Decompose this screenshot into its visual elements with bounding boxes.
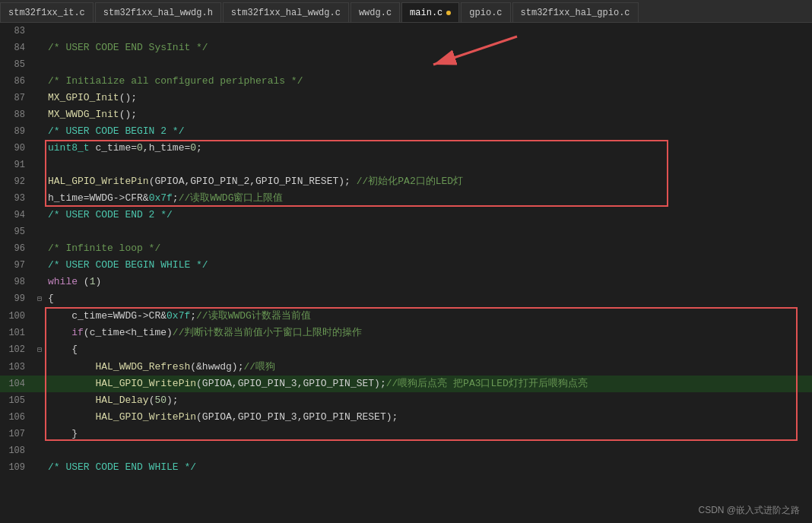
line-content: /* USER CODE END WHILE */ (45, 459, 812, 476)
line-number: 90 (0, 140, 34, 157)
code-line-102: 102 ⊟ { (0, 341, 812, 359)
code-line-87: 87 MX_GPIO_Init(); (0, 90, 812, 106)
line-content: } (45, 426, 812, 442)
line-content: HAL_GPIO_WritePin(GPIOA,GPIO_PIN_3,GPIO_… (45, 409, 812, 426)
tab-label: stm32f1xx_it.c (8, 8, 85, 18)
tab-gpio[interactable]: gpio.c (461, 2, 510, 22)
code-line-105: 105 HAL_Delay(50); (0, 392, 812, 409)
code-line-96: 96 /* Infinite loop */ (0, 240, 812, 257)
code-line-106: 106 HAL_GPIO_WritePin(GPIOA,GPIO_PIN_3,G… (0, 409, 812, 426)
line-number: 97 (0, 257, 34, 274)
line-number: 91 (0, 157, 34, 173)
line-number: 104 (0, 376, 34, 392)
line-content: /* USER CODE END SysInit */ (45, 40, 812, 56)
modified-indicator (446, 11, 451, 15)
fold-gutter: ⊟ (34, 291, 45, 308)
line-number: 96 (0, 240, 34, 257)
code-line-92: 92 HAL_GPIO_WritePin(GPIOA,GPIO_PIN_2,GP… (0, 173, 812, 190)
code-line-91: 91 (0, 157, 812, 173)
code-line-100: 100 c_time=WWDG->CR&0x7f;//读取WWDG计数器当前值 (0, 308, 812, 325)
line-content: /* Infinite loop */ (45, 240, 812, 257)
code-line-107: 107 } (0, 426, 812, 442)
line-content: while (1) (45, 274, 812, 290)
line-content: /* USER CODE BEGIN WHILE */ (45, 257, 812, 274)
line-number: 86 (0, 73, 34, 90)
code-line-108: 108 (0, 442, 812, 459)
code-line-88: 88 MX_WWDG_Init(); (0, 106, 812, 123)
code-line-99: 99 ⊟ { (0, 290, 812, 308)
code-line-109: 109 /* USER CODE END WHILE */ (0, 459, 812, 476)
code-line-89: 89 /* USER CODE BEGIN 2 */ (0, 123, 812, 140)
line-content: { (45, 341, 812, 358)
code-line-94: 94 /* USER CODE END 2 */ (0, 207, 812, 223)
tab-stm32f1xx-it[interactable]: stm32f1xx_it.c (0, 2, 94, 22)
line-number: 92 (0, 173, 34, 190)
line-number: 103 (0, 359, 34, 376)
line-content: if(c_time<h_time)//判断计数器当前值小于窗口上限时的操作 (45, 325, 812, 341)
tab-hal-wwdg-h[interactable]: stm32f1xx_hal_wwdg.h (95, 2, 221, 22)
tab-label: wwdg.c (359, 8, 392, 18)
line-content: c_time=WWDG->CR&0x7f;//读取WWDG计数器当前值 (45, 308, 812, 325)
code-line-95: 95 (0, 223, 812, 240)
line-number: 88 (0, 106, 34, 123)
tab-wwdg[interactable]: wwdg.c (350, 2, 400, 22)
code-line-104: 104 HAL_GPIO_WritePin(GPIOA,GPIO_PIN_3,G… (0, 376, 812, 392)
line-number: 94 (0, 207, 34, 223)
line-number: 83 (0, 23, 34, 40)
tab-hal-gpio[interactable]: stm32f1xx_hal_gpio.c (512, 2, 639, 22)
line-content: HAL_GPIO_WritePin(GPIOA,GPIO_PIN_3,GPIO_… (45, 376, 812, 392)
line-content: HAL_WWDG_Refresh(&hwwdg);//喂狗 (45, 359, 812, 376)
code-area: 83 84 /* USER CODE END SysInit */ 85 86 … (0, 23, 812, 523)
line-number: 107 (0, 426, 34, 442)
line-content: MX_GPIO_Init(); (45, 90, 812, 106)
line-content: MX_WWDG_Init(); (45, 106, 812, 123)
code-line-103: 103 HAL_WWDG_Refresh(&hwwdg);//喂狗 (0, 359, 812, 376)
line-number: 87 (0, 90, 34, 106)
tab-bar: stm32f1xx_it.c stm32f1xx_hal_wwdg.h stm3… (0, 0, 812, 23)
tab-hal-wwdg-c[interactable]: stm32f1xx_hal_wwdg.c (223, 2, 349, 22)
code-line-86: 86 /* Initialize all configured peripher… (0, 73, 812, 90)
line-number: 84 (0, 40, 34, 56)
line-number: 89 (0, 123, 34, 140)
line-number: 85 (0, 56, 34, 73)
line-number: 109 (0, 459, 34, 476)
line-number: 105 (0, 392, 34, 409)
line-number: 108 (0, 442, 34, 459)
line-number: 100 (0, 308, 34, 325)
code-line-84: 84 /* USER CODE END SysInit */ (0, 40, 812, 56)
code-line-90: 90 uint8_t c_time=0,h_time=0; (0, 140, 812, 157)
code-line-93: 93 h_time=WWDG->CFR&0x7f;//读取WWDG窗口上限值 (0, 190, 812, 207)
line-number: 106 (0, 409, 34, 426)
line-number: 98 (0, 274, 34, 290)
line-content: /* USER CODE BEGIN 2 */ (45, 123, 812, 140)
tab-label: main.c (410, 8, 442, 18)
line-number: 99 (0, 290, 34, 307)
line-number: 101 (0, 325, 34, 341)
tab-label: stm32f1xx_hal_wwdg.c (231, 8, 341, 18)
line-content: HAL_GPIO_WritePin(GPIOA,GPIO_PIN_2,GPIO_… (45, 173, 812, 190)
line-content: HAL_Delay(50); (45, 392, 812, 409)
line-number: 93 (0, 190, 34, 207)
line-number: 102 (0, 341, 34, 358)
line-content: /* USER CODE END 2 */ (45, 207, 812, 223)
tab-label: stm32f1xx_hal_gpio.c (521, 8, 630, 18)
code-line-85: 85 (0, 56, 812, 73)
tab-label: gpio.c (469, 8, 502, 18)
fold-gutter: ⊟ (34, 342, 45, 359)
tab-main[interactable]: main.c (401, 2, 459, 22)
line-content: /* Initialize all configured peripherals… (45, 73, 812, 90)
code-line-98: 98 while (1) (0, 274, 812, 290)
code-line-97: 97 /* USER CODE BEGIN WHILE */ (0, 257, 812, 274)
line-content: h_time=WWDG->CFR&0x7f;//读取WWDG窗口上限值 (45, 190, 812, 207)
code-line-101: 101 if(c_time<h_time)//判断计数器当前值小于窗口上限时的操… (0, 325, 812, 341)
line-number: 95 (0, 223, 34, 240)
line-content: { (45, 290, 812, 307)
watermark: CSDN @嵌入式进阶之路 (698, 504, 800, 517)
line-content: uint8_t c_time=0,h_time=0; (45, 140, 812, 157)
code-line-83: 83 (0, 23, 812, 40)
tab-label: stm32f1xx_hal_wwdg.h (103, 8, 213, 18)
